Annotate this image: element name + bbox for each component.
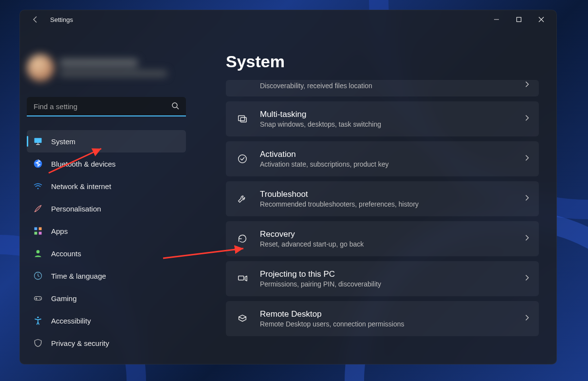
card-title: Troubleshoot [260,190,523,199]
sidebar-item-label: System [51,137,75,146]
card-subtitle: Reset, advanced start-up, go back [260,240,523,248]
sidebar-item-label: Accounts [51,249,81,258]
recovery-icon [235,231,250,247]
arrow-left-icon [32,16,39,23]
svg-rect-15 [239,116,245,121]
accessibility-icon [33,315,43,326]
sidebar-item-accounts[interactable]: Accounts [27,242,186,265]
maximize-icon [516,17,522,22]
card-title: Projecting to this PC [260,269,523,279]
svg-point-9 [37,250,40,253]
sidebar: SystemBluetooth & devicesNetwork & inter… [20,29,193,364]
sidebar-item-label: Time & language [51,272,106,280]
card-title: Remote Desktop [260,309,523,319]
svg-rect-7 [35,232,37,235]
card-subtitle: Permissions, pairing PIN, discoverabilit… [260,280,523,288]
settings-card-partial[interactable]: Discoverability, received files location [226,80,539,96]
sidebar-item-time-language[interactable]: Time & language [27,265,186,287]
wrench-icon [235,191,250,207]
chevron-right-icon [523,234,530,243]
card-subtitle: Snap windows, desktops, task switching [260,120,523,128]
chevron-right-icon [523,114,530,123]
card-subtitle: Activation state, subscriptions, product… [260,160,523,168]
settings-card-remote-desktop[interactable]: Remote DesktopRemote Desktop users, conn… [226,301,539,336]
svg-rect-0 [517,18,521,22]
svg-rect-8 [39,232,42,235]
chevron-right-icon [523,274,530,283]
page-heading: System [226,52,543,71]
svg-rect-18 [239,276,244,280]
avatar [27,54,54,81]
svg-point-13 [40,299,41,300]
svg-point-14 [37,317,38,318]
sidebar-item-label: Gaming [51,294,77,303]
sidebar-item-label: Apps [51,227,68,235]
svg-point-4 [37,188,39,190]
brush-icon [33,203,43,214]
close-icon [538,17,544,22]
sidebar-item-label: Personalisation [51,205,101,213]
close-button[interactable] [530,12,552,27]
svg-point-1 [172,103,177,108]
svg-point-17 [239,155,247,163]
search-icon [171,102,179,112]
svg-point-12 [39,298,40,299]
sidebar-item-label: Accessibility [51,317,91,325]
bluetooth-icon [33,158,43,169]
sidebar-item-privacy-security[interactable]: Privacy & security [27,332,186,354]
chevron-right-icon [523,314,530,323]
settings-card-recovery[interactable]: RecoveryReset, advanced start-up, go bac… [226,221,539,256]
search-input[interactable] [27,97,186,116]
settings-card-activation[interactable]: ActivationActivation state, subscription… [226,141,539,176]
sidebar-item-system[interactable]: System [27,130,186,152]
minimize-button[interactable] [485,12,508,27]
person-icon [33,248,43,259]
card-subtitle: Remote Desktop users, connection permiss… [260,320,523,328]
svg-rect-16 [240,117,246,122]
card-subtitle: Recommended troubleshooters, preferences… [260,200,523,208]
profile-block[interactable] [27,48,186,87]
remote-icon [235,311,250,326]
shield-icon [33,338,43,348]
card-title: Multi-tasking [260,110,523,119]
svg-rect-2 [35,138,42,143]
app-title: Settings [50,16,73,23]
monitor-icon [33,136,43,147]
card-title: Activation [260,150,523,159]
gamepad-icon [33,293,43,304]
sidebar-item-gaming[interactable]: Gaming [27,287,186,309]
sidebar-item-apps[interactable]: Apps [27,220,186,242]
chevron-right-icon [523,194,530,203]
settings-list: Discoverability, received files location… [226,80,543,364]
check-icon [235,151,250,167]
card-subtitle: Discoverability, received files location [260,82,523,90]
sidebar-item-accessibility[interactable]: Accessibility [27,309,186,332]
sidebar-item-network-internet[interactable]: Network & internet [27,175,186,197]
chevron-right-icon [523,81,530,90]
svg-rect-5 [35,228,37,230]
sidebar-item-bluetooth-devices[interactable]: Bluetooth & devices [27,152,186,175]
minimize-icon [494,17,499,22]
content-pane: System Discoverability, received files l… [193,29,556,364]
maximize-button[interactable] [508,12,530,27]
card-title: Recovery [260,229,523,239]
settings-window: Settings SystemBl [19,10,557,364]
sidebar-item-personalisation[interactable]: Personalisation [27,197,186,220]
wifi-icon [33,181,43,191]
svg-rect-6 [39,228,42,230]
clock-icon [33,270,43,281]
apps-icon [33,226,43,236]
project-icon [235,271,250,286]
sidebar-item-label: Privacy & security [51,339,109,347]
titlebar: Settings [20,10,556,29]
settings-card-troubleshoot[interactable]: TroubleshootRecommended troubleshooters,… [226,181,539,216]
settings-card-multi-tasking[interactable]: Multi-taskingSnap windows, desktops, tas… [226,101,539,136]
chevron-right-icon [523,154,530,163]
settings-card-projecting-to-this-pc[interactable]: Projecting to this PCPermissions, pairin… [226,261,539,296]
windows-icon [235,111,250,127]
sidebar-item-label: Network & internet [51,182,111,190]
sidebar-item-label: Bluetooth & devices [51,160,116,168]
back-button[interactable] [28,12,43,27]
